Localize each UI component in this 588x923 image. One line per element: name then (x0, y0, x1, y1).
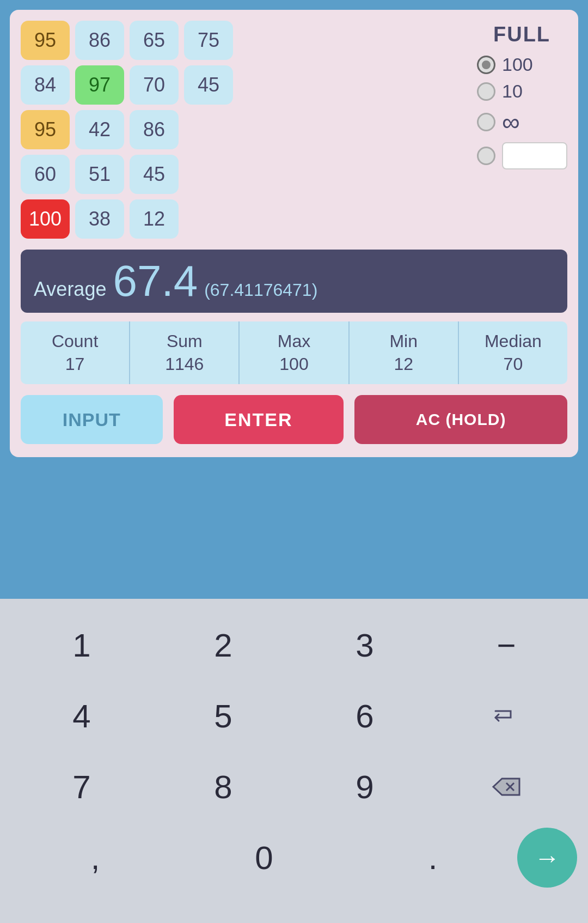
stats-row: Count17Sum1146Max100Min12Median70 (21, 321, 567, 384)
key-2[interactable]: 2 (152, 610, 294, 681)
radio-custom[interactable] (477, 147, 495, 165)
key-6[interactable]: 6 (294, 681, 436, 751)
custom-input-field[interactable] (502, 142, 567, 169)
average-big-value: 67.4 (113, 259, 198, 303)
blue-area (0, 457, 588, 599)
stat-value: 1146 (165, 353, 204, 376)
chip-65[interactable]: 65 (130, 21, 179, 60)
radio-inf-label: ∞ (502, 107, 520, 137)
action-buttons: INPUT ENTER AC (HOLD) (21, 395, 567, 444)
key-5[interactable]: 5 (152, 681, 294, 751)
stat-label: Count (52, 330, 98, 353)
key-0[interactable]: 0 (180, 822, 348, 893)
chips-row: 1003812 (21, 199, 233, 239)
chip-86[interactable]: 86 (75, 21, 124, 60)
radio-10-label: 10 (502, 81, 523, 102)
keyboard: 123−456789 , 0 . → (0, 599, 588, 923)
chip-95[interactable]: 95 (21, 110, 70, 149)
key-dot[interactable]: . (348, 822, 517, 893)
chip-100[interactable]: 100 (21, 199, 70, 239)
chip-86[interactable]: 86 (130, 110, 179, 149)
chip-95[interactable]: 95 (21, 21, 70, 60)
stat-sum: Sum1146 (130, 321, 240, 384)
stat-value: 12 (394, 353, 413, 376)
key-9[interactable]: 9 (294, 751, 436, 822)
last-key-row: , 0 . → (0, 822, 588, 893)
chip-75[interactable]: 75 (184, 21, 233, 60)
radio-100-label: 100 (502, 54, 533, 75)
stat-median: Median70 (459, 321, 567, 384)
average-precise-value: (67.41176471) (204, 280, 317, 300)
stat-label: Min (389, 330, 418, 353)
key-row-1: 456 (0, 681, 588, 751)
key-4[interactable]: 4 (11, 681, 152, 751)
key-row-0: 123− (0, 610, 588, 681)
key-3[interactable]: 3 (294, 610, 436, 681)
chip-70[interactable]: 70 (130, 65, 179, 105)
stat-value: 100 (279, 353, 308, 376)
key-rows-container: 123−456789 (0, 610, 588, 822)
full-title: FULL (493, 23, 550, 46)
key-7[interactable]: 7 (11, 751, 152, 822)
key-row-2: 789 (0, 751, 588, 822)
custom-input-row (477, 142, 567, 169)
top-panel: 95866575849770459542866051451003812 FULL… (10, 10, 578, 457)
radio-10-row[interactable]: 10 (477, 81, 523, 102)
average-bar: Average 67.4 (67.41176471) (21, 250, 567, 313)
chip-60[interactable]: 60 (21, 155, 70, 194)
chip-42[interactable]: 42 (75, 110, 124, 149)
radio-100[interactable] (477, 56, 495, 74)
chip-51[interactable]: 51 (75, 155, 124, 194)
stat-count: Count17 (21, 321, 130, 384)
radio-inf-row[interactable]: ∞ (477, 107, 520, 137)
key-x[interactable] (436, 751, 577, 822)
key-1[interactable]: 1 (11, 610, 152, 681)
radio-10[interactable] (477, 82, 495, 101)
chips-and-full-container: 95866575849770459542866051451003812 FULL… (21, 21, 567, 239)
radio-inf[interactable] (477, 113, 495, 131)
input-button[interactable]: INPUT (21, 395, 163, 444)
average-label: Average (34, 278, 106, 301)
chip-38[interactable]: 38 (75, 199, 124, 239)
stat-value: 70 (504, 353, 523, 376)
key-comma[interactable]: , (11, 822, 180, 893)
chips-row: 95866575 (21, 21, 233, 60)
key-x[interactable]: − (436, 610, 577, 681)
stat-label: Max (278, 330, 310, 353)
chip-45[interactable]: 45 (130, 155, 179, 194)
full-panel: FULL 100 10 ∞ (477, 21, 567, 169)
chip-45[interactable]: 45 (184, 65, 233, 105)
stat-max: Max100 (240, 321, 349, 384)
key-8[interactable]: 8 (152, 751, 294, 822)
radio-100-row[interactable]: 100 (477, 54, 533, 75)
chip-97[interactable]: 97 (75, 65, 124, 105)
stat-min: Min12 (350, 321, 459, 384)
key-go[interactable]: → (517, 828, 577, 888)
chips-row: 954286 (21, 110, 233, 149)
enter-button[interactable]: ENTER (174, 395, 344, 444)
chips-row: 84977045 (21, 65, 233, 105)
chips-row: 605145 (21, 155, 233, 194)
chip-12[interactable]: 12 (130, 199, 179, 239)
chip-84[interactable]: 84 (21, 65, 70, 105)
chips-grid: 95866575849770459542866051451003812 (21, 21, 233, 239)
stat-value: 17 (65, 353, 85, 376)
stat-label: Median (485, 330, 542, 353)
ac-hold-button[interactable]: AC (HOLD) (354, 395, 567, 444)
key-x[interactable] (436, 681, 577, 751)
stat-label: Sum (167, 330, 203, 353)
